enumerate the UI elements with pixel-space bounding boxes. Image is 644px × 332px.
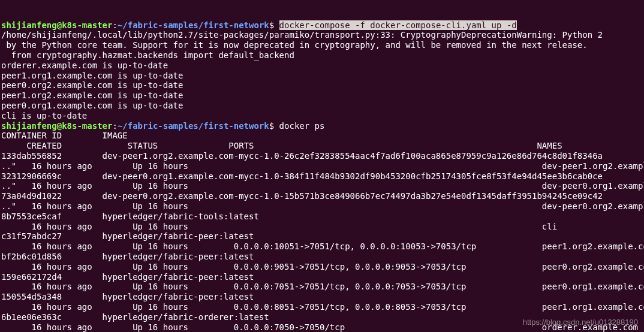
ps-row: bf2b6c01d856 hyperledger/fabric-peer:lat… [1,252,623,261]
truncated-prev-line [1,10,294,20]
ps-row: 16 hours ago Up 16 hours cli [1,222,557,231]
ps-header-2: CREATED STATUS PORTS NAMES [1,141,562,150]
ps-header-1: CONTAINER ID IMAGE [1,131,623,140]
prompt-dollar: $ [269,20,279,30]
ps-row: c31f57abdc27 hyperledger/fabric-peer:lat… [1,231,623,241]
watermark: https://blog.csdn.net/u013288190 [523,318,638,327]
up-line: peer0.org2.example.com is up-to-date [1,80,183,90]
ps-row: 150554d5a348 hyperledger/fabric-peer:lat… [1,292,623,301]
warn-line-3: from cryptography.hazmat.backends import… [1,50,294,60]
ps-row: 8b7553ce5caf hyperledger/fabric-tools:la… [1,212,623,221]
ps-row: .." 16 hours ago Up 16 hours dev-peer0.o… [1,181,644,191]
prompt-path: ~/fabric-samples/first-network [118,20,269,30]
ps-row: 73a04d9d1022 dev-peer0.org2.example.com-… [1,191,603,201]
ps-row: 159e662172d4 hyperledger/fabric-peer:lat… [1,272,623,282]
ps-row: 133dab556852 dev-peer1.org2.example.com-… [1,151,603,161]
prompt-dollar: $ [269,121,279,131]
ps-row: .." 16 hours ago Up 16 hours dev-peer0.o… [1,201,644,211]
command-2: docker ps [279,121,325,131]
prompt-path: ~/fabric-samples/first-network [118,121,269,131]
up-line: cli is up-to-date [1,111,87,120]
prompt-user: shijianfeng@k8s-master [1,20,112,30]
command-1-selected[interactable]: docker-compose -f docker-compose-cli.yam… [279,20,517,30]
warn-line-1: /home/shijianfeng/.local/lib/python2.7/s… [1,30,603,40]
ps-row: 32312906669c dev-peer0.org1.example.com-… [1,171,603,181]
ps-row: .." 16 hours ago Up 16 hours dev-peer1.o… [1,161,644,171]
up-line: peer1.org1.example.com is up-to-date [1,71,183,80]
up-line: orderer.example.com is up-to-date [1,61,168,70]
ps-row: 16 hours ago Up 16 hours 0.0.0.0:8051->7… [1,302,644,312]
ps-row: 16 hours ago Up 16 hours 0.0.0.0:10051->… [1,242,644,251]
prompt-sep: : [112,20,117,30]
up-line: peer1.org2.example.com is up-to-date [1,90,183,100]
up-line: peer0.org1.example.com is up-to-date [1,101,183,110]
prompt-sep: : [112,121,117,131]
prompt-user: shijianfeng@k8s-master [1,121,112,131]
ps-row: 16 hours ago Up 16 hours 0.0.0.0:7051->7… [1,282,644,291]
terminal-output[interactable]: shijianfeng@k8s-master:~/fabric-samples/… [0,0,644,332]
ps-row: 16 hours ago Up 16 hours 0.0.0.0:9051->7… [1,262,644,271]
warn-line-2: by the Python core team. Support for it … [1,40,588,50]
